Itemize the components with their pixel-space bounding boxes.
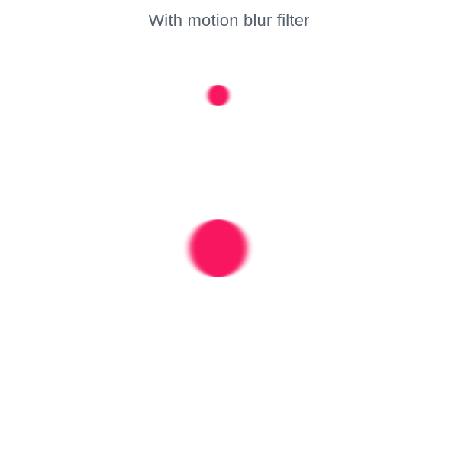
main-canvas: [0, 46, 458, 476]
small-circle: [208, 85, 229, 106]
large-circle: [189, 219, 247, 277]
canvas-area: [0, 46, 458, 476]
page-title: With motion blur filter: [0, 0, 458, 31]
